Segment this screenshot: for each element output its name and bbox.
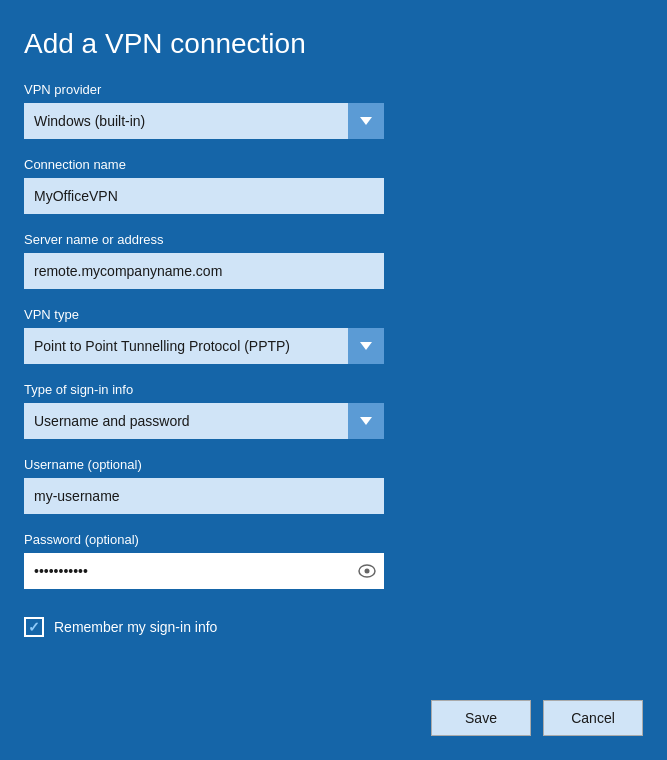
vpn-provider-select[interactable]: Windows (built-in) xyxy=(24,103,384,139)
password-group: Password (optional) xyxy=(24,532,643,589)
page-title: Add a VPN connection xyxy=(24,28,643,60)
sign-in-type-select-wrapper: Username and password xyxy=(24,403,384,439)
vpn-form-container: Add a VPN connection VPN provider Window… xyxy=(0,0,667,760)
sign-in-type-group: Type of sign-in info Username and passwo… xyxy=(24,382,643,439)
eye-icon xyxy=(358,564,376,578)
vpn-type-label: VPN type xyxy=(24,307,643,322)
vpn-provider-group: VPN provider Windows (built-in) xyxy=(24,82,643,139)
connection-name-label: Connection name xyxy=(24,157,643,172)
server-name-input[interactable] xyxy=(24,253,384,289)
username-input[interactable] xyxy=(24,478,384,514)
vpn-type-select[interactable]: Point to Point Tunnelling Protocol (PPTP… xyxy=(24,328,384,364)
password-wrapper xyxy=(24,553,384,589)
username-label: Username (optional) xyxy=(24,457,643,472)
remember-signin-label: Remember my sign-in info xyxy=(54,619,217,635)
vpn-type-group: VPN type Point to Point Tunnelling Proto… xyxy=(24,307,643,364)
remember-signin-checkbox[interactable] xyxy=(24,617,44,637)
username-group: Username (optional) xyxy=(24,457,643,514)
vpn-provider-select-wrapper: Windows (built-in) xyxy=(24,103,384,139)
sign-in-type-select[interactable]: Username and password xyxy=(24,403,384,439)
remember-signin-row[interactable]: Remember my sign-in info xyxy=(24,617,643,637)
sign-in-type-label: Type of sign-in info xyxy=(24,382,643,397)
vpn-type-select-wrapper: Point to Point Tunnelling Protocol (PPTP… xyxy=(24,328,384,364)
connection-name-group: Connection name xyxy=(24,157,643,214)
password-input[interactable] xyxy=(24,553,384,589)
vpn-provider-label: VPN provider xyxy=(24,82,643,97)
password-label: Password (optional) xyxy=(24,532,643,547)
svg-point-1 xyxy=(365,569,370,574)
save-button[interactable]: Save xyxy=(431,700,531,736)
connection-name-input[interactable] xyxy=(24,178,384,214)
server-name-label: Server name or address xyxy=(24,232,643,247)
cancel-button[interactable]: Cancel xyxy=(543,700,643,736)
action-buttons-row: Save Cancel xyxy=(24,680,643,736)
password-toggle-button[interactable] xyxy=(358,564,376,578)
server-name-group: Server name or address xyxy=(24,232,643,289)
